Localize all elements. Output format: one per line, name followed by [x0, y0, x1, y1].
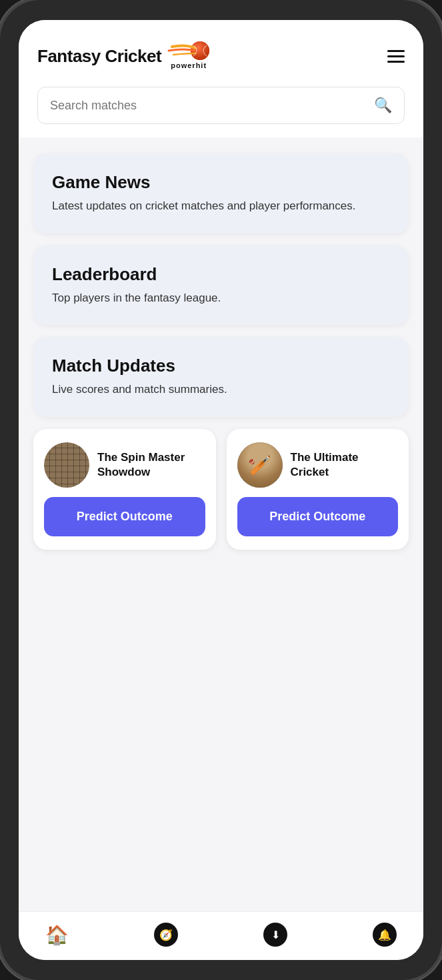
header-brand: Fantasy Cricket	[37, 41, 212, 71]
logo-text: powerhit	[171, 61, 207, 69]
bottom-nav: 🏠 🧭 ⬇ 🔔	[19, 911, 423, 960]
logo-icon: powerhit	[165, 41, 212, 71]
search-box: 🔍	[37, 87, 405, 124]
game-news-title: Game News	[52, 172, 390, 193]
match-updates-title: Match Updates	[52, 356, 390, 376]
search-icon: 🔍	[374, 97, 392, 113]
ultimate-cricket-card: The Ultimate Cricket Predict Outcome	[227, 429, 409, 550]
explore-icon: 🧭	[154, 923, 178, 947]
download-icon: ⬇	[263, 923, 287, 947]
home-icon: 🏠	[45, 924, 69, 946]
game-news-card[interactable]: Game News Latest updates on cricket matc…	[33, 153, 409, 233]
spin-master-name: The Spin Master Showdow	[97, 450, 205, 480]
match-cards-row: The Spin Master Showdow Predict Outcome …	[33, 429, 409, 550]
nav-notifications[interactable]: 🔔	[373, 923, 397, 947]
ultimate-cricket-avatar	[237, 442, 283, 488]
search-container: 🔍	[19, 81, 423, 137]
search-input[interactable]	[50, 99, 367, 113]
match-updates-card[interactable]: Match Updates Live scores and match summ…	[33, 337, 409, 417]
download-symbol: ⬇	[271, 929, 280, 941]
header: Fantasy Cricket	[19, 20, 423, 81]
avatar-brick-pattern	[44, 442, 89, 488]
ultimate-cricket-card-top: The Ultimate Cricket	[237, 442, 399, 488]
game-news-desc: Latest updates on cricket matches and pl…	[52, 198, 390, 215]
spin-master-card: The Spin Master Showdow Predict Outcome	[33, 429, 216, 550]
logo-svg	[165, 41, 212, 63]
leaderboard-card[interactable]: Leaderboard Top players in the fantasy l…	[33, 246, 409, 326]
bell-symbol: 🔔	[378, 929, 391, 941]
menu-button[interactable]	[387, 50, 405, 63]
ultimate-cricket-predict-button[interactable]: Predict Outcome	[237, 497, 399, 536]
avatar-pitch-visual	[237, 442, 283, 488]
brand-title: Fantasy Cricket	[37, 46, 161, 67]
search-button[interactable]: 🔍	[374, 97, 392, 114]
menu-bar-2	[387, 55, 405, 57]
phone-shell: Fantasy Cricket	[0, 0, 442, 980]
leaderboard-title: Leaderboard	[52, 264, 390, 285]
bell-icon: 🔔	[373, 923, 397, 947]
ultimate-cricket-name: The Ultimate Cricket	[291, 450, 399, 480]
spin-master-predict-button[interactable]: Predict Outcome	[44, 497, 205, 536]
menu-bar-3	[387, 61, 405, 63]
match-updates-desc: Live scores and match summaries.	[52, 382, 390, 398]
nav-explore[interactable]: 🧭	[154, 923, 178, 947]
leaderboard-desc: Top players in the fantasy league.	[52, 290, 390, 307]
spin-master-card-top: The Spin Master Showdow	[44, 442, 205, 488]
nav-home[interactable]: 🏠	[45, 924, 69, 946]
compass-symbol: 🧭	[159, 929, 173, 941]
content-area: Game News Latest updates on cricket matc…	[19, 137, 423, 911]
phone-screen: Fantasy Cricket	[19, 20, 423, 960]
menu-bar-1	[387, 50, 405, 52]
spin-master-avatar	[44, 442, 89, 488]
nav-download[interactable]: ⬇	[263, 923, 287, 947]
